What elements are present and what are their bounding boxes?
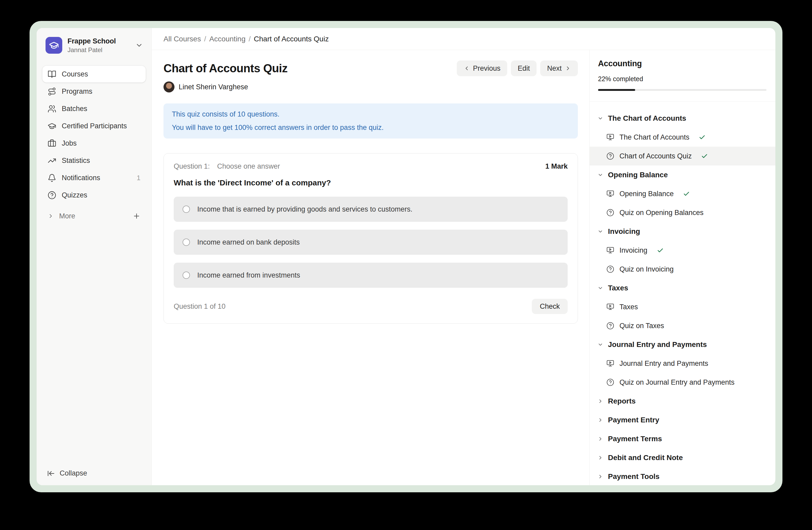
lesson-title: Invoicing <box>620 247 648 254</box>
question-marks: 1 Mark <box>545 162 568 170</box>
graduation-cap-icon <box>48 122 56 130</box>
course-title: Accounting <box>598 59 767 68</box>
main-content: Chart of Accounts Quiz Previous Edit Nex… <box>152 50 589 485</box>
chevron-right-icon <box>597 455 603 461</box>
radio-button[interactable] <box>183 239 190 246</box>
sidebar-item-programs[interactable]: Programs <box>42 83 146 100</box>
monitor-play-icon <box>606 360 614 367</box>
workspace-name: Frappe School <box>68 37 130 45</box>
help-circle-icon <box>48 191 56 199</box>
options-list: Income that is earned by providing goods… <box>174 197 568 288</box>
outline-section-collapsed[interactable]: Payment Tools <box>590 467 775 485</box>
lesson-title: Taxes <box>620 303 638 311</box>
chevron-left-icon <box>464 65 470 71</box>
sidebar-collapse-button[interactable]: Collapse <box>47 469 87 477</box>
previous-button[interactable]: Previous <box>457 60 507 76</box>
outline-lesson[interactable]: Journal Entry and Payments <box>590 354 775 373</box>
author-avatar <box>163 81 174 93</box>
outline-quiz[interactable]: Quiz on Journal Entry and Payments <box>590 373 775 392</box>
sidebar-item-quizzes[interactable]: Quizzes <box>42 187 146 204</box>
sidebar-item-statistics[interactable]: Statistics <box>42 152 146 169</box>
option-label: Income earned on bank deposits <box>197 238 300 247</box>
workspace-switcher[interactable]: Frappe School Jannat Patel <box>42 34 146 57</box>
radio-button[interactable] <box>183 271 190 279</box>
sidebar-item-notifications[interactable]: Notifications 1 <box>42 169 146 186</box>
radio-button[interactable] <box>183 206 190 213</box>
breadcrumb-link-accounting[interactable]: Accounting <box>209 35 246 43</box>
next-button[interactable]: Next <box>540 60 578 76</box>
section-title: The Chart of Accounts <box>608 114 686 123</box>
chevron-down-icon[interactable] <box>135 41 143 49</box>
sidebar-item-label: Quizzes <box>62 191 87 199</box>
author-name: Linet Sherin Varghese <box>179 83 248 91</box>
chevron-right-icon <box>597 417 603 423</box>
sidebar-item-certified-participants[interactable]: Certified Participants <box>42 117 146 134</box>
outline-quiz[interactable]: Quiz on Opening Balances <box>590 203 775 222</box>
breadcrumb-separator: / <box>249 35 251 43</box>
outline-lesson[interactable]: Taxes <box>590 297 775 316</box>
help-circle-icon <box>606 209 614 217</box>
sidebar-item-batches[interactable]: Batches <box>42 100 146 117</box>
course-outline: The Chart of Accounts The Chart of Accou… <box>590 102 775 485</box>
outline-section-collapsed[interactable]: Payment Terms <box>590 430 775 448</box>
app-window: Frappe School Jannat Patel Courses Progr… <box>37 28 775 485</box>
edit-button[interactable]: Edit <box>511 60 537 76</box>
outline-lesson[interactable]: Opening Balance <box>590 184 775 203</box>
title-row: Chart of Accounts Quiz Previous Edit Nex… <box>163 60 578 76</box>
outline-section[interactable]: Opening Balance <box>590 166 775 184</box>
plus-icon[interactable] <box>133 212 141 220</box>
option-row[interactable]: Income that is earned by providing goods… <box>174 197 568 222</box>
question-footer: Question 1 of 10 Check <box>174 299 568 314</box>
sidebar-item-label: Certified Participants <box>62 122 127 130</box>
book-open-icon <box>48 70 56 79</box>
outline-quiz[interactable]: Quiz on Invoicing <box>590 260 775 279</box>
outline-quiz[interactable]: Quiz on Taxes <box>590 316 775 335</box>
outline-section[interactable]: Journal Entry and Payments <box>590 335 775 354</box>
sidebar-item-jobs[interactable]: Jobs <box>42 135 146 152</box>
collapse-label: Collapse <box>60 469 87 477</box>
chevron-right-icon <box>597 436 603 442</box>
outline-section-collapsed[interactable]: Debit and Credit Note <box>590 448 775 467</box>
sidebar-menu: Courses Programs Batches Certified Parti… <box>42 66 146 204</box>
chevron-down-icon <box>597 342 603 348</box>
sidebar-item-label: Programs <box>62 87 92 96</box>
page-actions: Previous Edit Next <box>457 60 578 76</box>
next-button-label: Next <box>547 65 562 72</box>
breadcrumb-link-all-courses[interactable]: All Courses <box>163 35 201 43</box>
window-frame: Frappe School Jannat Patel Courses Progr… <box>30 21 782 492</box>
page-title: Chart of Accounts Quiz <box>163 62 288 75</box>
outline-lesson[interactable]: The Chart of Accounts <box>590 128 775 147</box>
outline-section-collapsed[interactable]: Payment Entry <box>590 410 775 430</box>
outline-section[interactable]: The Chart of Accounts <box>590 109 775 128</box>
section-title: Payment Entry <box>608 416 659 424</box>
sidebar-item-label: Courses <box>62 70 88 78</box>
question-card: Question 1: Choose one answer 1 Mark Wha… <box>163 153 578 324</box>
help-circle-icon <box>606 152 614 160</box>
outline-quiz-selected[interactable]: Chart of Accounts Quiz <box>590 147 775 166</box>
option-row[interactable]: Income earned on bank deposits <box>174 229 568 255</box>
check-icon <box>699 134 706 141</box>
check-button[interactable]: Check <box>532 299 568 314</box>
monitor-play-icon <box>606 190 614 198</box>
author-row: Linet Sherin Varghese <box>163 81 578 93</box>
chevron-down-icon <box>597 115 603 121</box>
outline-section[interactable]: Taxes <box>590 279 775 297</box>
sidebar-item-label: Notifications <box>62 174 100 182</box>
question-instruction: Choose one answer <box>217 162 280 170</box>
outline-lesson[interactable]: Invoicing <box>590 241 775 260</box>
content-region: All Courses / Accounting / Chart of Acco… <box>152 28 775 485</box>
chevron-down-icon <box>597 285 603 291</box>
option-row[interactable]: Income earned from investments <box>174 263 568 288</box>
monitor-play-icon <box>606 303 614 311</box>
breadcrumb-current: Chart of Accounts Quiz <box>254 35 329 43</box>
course-outline-panel: Accounting 22% completed The Chart of Ac… <box>589 50 775 485</box>
workspace-user: Jannat Patel <box>68 46 130 54</box>
sidebar-item-courses[interactable]: Courses <box>42 66 146 83</box>
outline-section[interactable]: Invoicing <box>590 222 775 241</box>
section-title: Invoicing <box>608 227 640 236</box>
monitor-play-icon <box>606 133 614 141</box>
chevron-right-icon <box>597 474 603 479</box>
sidebar-more[interactable]: More <box>42 208 146 224</box>
outline-section-collapsed[interactable]: Reports <box>590 392 775 410</box>
workspace-info: Frappe School Jannat Patel <box>68 37 130 54</box>
